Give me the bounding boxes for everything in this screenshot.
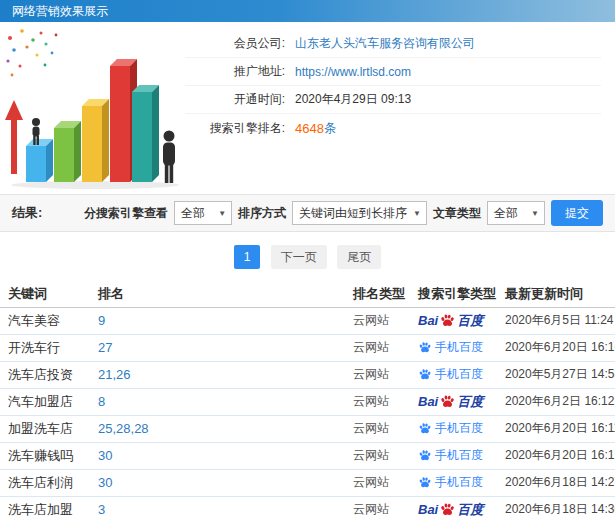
last-page-link[interactable]: 尾页 [337,245,381,269]
update-time-cell: 2020年6月20日 16:12 [497,442,615,469]
rank-count-value: 4648 [295,121,324,136]
opened-label: 开通时间: [185,91,285,108]
mobile-baidu-label: 手机百度 [435,339,483,356]
engine-cell: Bai 百度 [410,496,497,520]
update-time-cell: 2020年6月18日 14:27 [497,469,615,496]
keyword-cell: 加盟洗车店 [0,415,90,442]
rank-link[interactable]: 21,26 [98,367,131,382]
engine-filter-value: 全部 [181,205,205,222]
mobile-baidu-label: 手机百度 [435,366,483,383]
mobile-baidu-paw-icon [418,476,432,489]
rank-link[interactable]: 30 [98,448,112,463]
filter-bar: 结果: 分搜索引擎查看 全部 ▼ 排序方式 关键词由短到长排序 ▼ 文章类型 全… [0,194,615,232]
sort-label: 排序方式 [238,205,286,222]
businessman-figure [163,131,175,184]
rank-link[interactable]: 30 [98,475,112,490]
info-row-opened: 开通时间: 2020年4月29日 09:13 [185,86,601,114]
mobile-baidu-label: 手机百度 [435,447,483,464]
chevron-down-icon: ▼ [531,209,539,218]
rank-link[interactable]: 25,28,28 [98,421,149,436]
company-link[interactable]: 山东老人头汽车服务咨询有限公司 [295,35,475,52]
baidu-logo-text-right: 百度 [457,393,483,411]
table-row: 洗车店加盟 3 云网站 Bai 百度 2020年6月18日 14:30 [0,496,615,520]
baidu-paw-icon [439,394,456,409]
rank-link[interactable]: 9 [98,313,105,328]
keyword-cell: 汽车美容 [0,307,90,334]
header-keyword: 关键词 [0,281,90,307]
page-number-current[interactable]: 1 [234,245,261,269]
rank-type-cell: 云网站 [345,361,410,388]
rank-type-cell: 云网站 [345,388,410,415]
rank-link[interactable]: 27 [98,340,112,355]
page-title: 网络营销效果展示 [12,4,108,18]
engine-cell: 手机百度 [410,415,497,442]
keyword-cell: 洗车店利润 [0,469,90,496]
update-time-cell: 2020年6月20日 16:16 [497,334,615,361]
engine-cell: 手机百度 [410,442,497,469]
rank-type-cell: 云网站 [345,334,410,361]
bar-chart-graphic [0,22,185,194]
baidu-logo-text-left: Bai [418,502,438,517]
sort-select[interactable]: 关键词由短到长排序 ▼ [292,201,427,225]
mobile-baidu-paw-icon [418,368,432,381]
article-type-value: 全部 [494,205,518,222]
table-row: 加盟洗车店 25,28,28 云网站 手机百度 2020年6月20日 16:11 [0,415,615,442]
mobile-baidu-logo: 手机百度 [418,339,483,356]
table-row: 洗车店利润 30 云网站 手机百度 2020年6月18日 14:27 [0,469,615,496]
submit-button[interactable]: 提交 [551,200,603,226]
header-rank-type: 排名类型 [345,281,410,307]
keyword-cell: 洗车赚钱吗 [0,442,90,469]
update-time-cell: 2020年6月2日 16:12 [497,388,615,415]
header-update-time: 最新更新时间 [497,281,615,307]
keyword-ranking-table: 关键词 排名 排名类型 搜索引擎类型 最新更新时间 汽车美容 9 云网站 Bai… [0,281,615,520]
baidu-paw-icon [439,502,456,517]
opened-value: 2020年4月29日 09:13 [295,91,411,108]
update-time-cell: 2020年6月5日 11:24 [497,307,615,334]
rank-link[interactable]: 3 [98,502,105,517]
article-type-select[interactable]: 全部 ▼ [487,201,545,225]
engine-cell: 手机百度 [410,361,497,388]
page-titlebar: 网络营销效果展示 [0,0,615,22]
table-row: 洗车赚钱吗 30 云网站 手机百度 2020年6月20日 16:12 [0,442,615,469]
baidu-logo-text-left: Bai [418,313,438,328]
mobile-baidu-paw-icon [418,449,432,462]
baidu-pc-logo: Bai 百度 [418,501,483,519]
header-rank: 排名 [90,281,345,307]
rank-link[interactable]: 8 [98,394,105,409]
company-label: 会员公司: [185,35,285,52]
update-time-cell: 2020年6月20日 16:11 [497,415,615,442]
site-label: 推广地址: [185,63,285,80]
mobile-baidu-paw-icon [418,422,432,435]
baidu-logo-text-left: Bai [418,394,438,409]
mobile-baidu-logo: 手机百度 [418,447,483,464]
keyword-cell: 汽车加盟店 [0,388,90,415]
chevron-down-icon: ▼ [218,209,226,218]
filter-controls: 分搜索引擎查看 全部 ▼ 排序方式 关键词由短到长排序 ▼ 文章类型 全部 ▼ … [84,200,603,226]
table-header-row: 关键词 排名 排名类型 搜索引擎类型 最新更新时间 [0,281,615,307]
next-page-link[interactable]: 下一页 [271,245,327,269]
confetti-dots [6,29,57,76]
rank-type-cell: 云网站 [345,469,410,496]
table-row: 汽车美容 9 云网站 Bai 百度 2020年6月5日 11:24 [0,307,615,334]
page: 网络营销效果展示 [0,0,615,520]
info-row-rank-count: 搜索引擎排名: 4648 条 [185,114,601,142]
rank-type-cell: 云网站 [345,496,410,520]
site-link[interactable]: https://www.lrtlsd.com [295,65,411,79]
mobile-baidu-label: 手机百度 [435,474,483,491]
engine-filter-select[interactable]: 全部 ▼ [174,201,232,225]
mobile-baidu-logo: 手机百度 [418,420,483,437]
keyword-cell: 洗车店投资 [0,361,90,388]
rank-type-cell: 云网站 [345,307,410,334]
engine-cell: 手机百度 [410,334,497,361]
baidu-logo-text-right: 百度 [457,312,483,330]
baidu-pc-logo: Bai 百度 [418,312,483,330]
account-info: 会员公司: 山东老人头汽车服务咨询有限公司 推广地址: https://www.… [185,22,615,194]
article-type-label: 文章类型 [433,205,481,222]
info-row-company: 会员公司: 山东老人头汽车服务咨询有限公司 [185,30,601,58]
sort-value: 关键词由短到长排序 [299,205,407,222]
baidu-pc-logo: Bai 百度 [418,393,483,411]
engine-cell: Bai 百度 [410,388,497,415]
mobile-baidu-logo: 手机百度 [418,366,483,383]
pagination: 1 下一页 尾页 [0,232,615,281]
header-engine-type: 搜索引擎类型 [410,281,497,307]
